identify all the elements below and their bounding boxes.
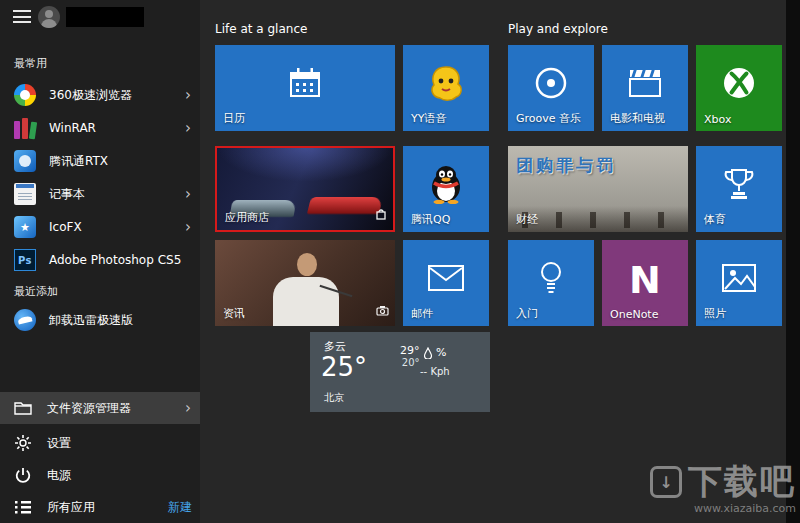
app-label: 所有应用	[47, 499, 95, 516]
chevron-right-icon[interactable]: ›	[185, 121, 191, 136]
group-title-life: Life at a glance	[215, 22, 307, 36]
tile-label: 财经	[516, 212, 538, 227]
chevron-right-icon[interactable]: ›	[185, 401, 191, 416]
droplet-icon	[424, 347, 432, 359]
app-label: 设置	[47, 435, 71, 452]
tile-news[interactable]: 资讯	[215, 240, 395, 326]
watermark: ↓ 下载吧 www.xiazaiba.com	[650, 464, 796, 515]
tile-label: 体育	[704, 212, 726, 227]
tile-calendar[interactable]: 日历	[215, 45, 395, 131]
chevron-right-icon[interactable]: ›	[185, 220, 191, 235]
tile-label: 日历	[223, 111, 245, 126]
lightbulb-icon	[536, 259, 566, 301]
download-icon: ↓	[650, 466, 682, 498]
gear-icon	[14, 434, 32, 452]
weather-city: 北京	[324, 391, 344, 405]
tile-groove-music[interactable]: Groove 音乐	[508, 45, 594, 131]
desktop-background	[786, 0, 800, 523]
winrar-icon	[14, 117, 36, 139]
chevron-right-icon[interactable]: ›	[185, 88, 191, 103]
tile-onenote[interactable]: N OneNote	[602, 240, 688, 326]
tile-get-started[interactable]: 入门	[508, 240, 594, 326]
sidebar-item-settings[interactable]: 设置	[0, 427, 200, 459]
app-label: IcoFX	[49, 220, 82, 234]
sidebar-item-notepad[interactable]: 记事本 ›	[0, 178, 200, 210]
tile-label: 资讯	[223, 306, 245, 321]
tile-qq[interactable]: 腾讯QQ	[403, 146, 489, 232]
tile-yy-voice[interactable]: YY语音	[403, 45, 489, 131]
start-menu: 最常用 360极速浏览器 › WinRAR › 腾讯通RTX 记事本 › ★ I…	[0, 0, 800, 523]
photos-icon	[721, 263, 757, 297]
chevron-right-icon[interactable]: ›	[185, 187, 191, 202]
store-car-red	[307, 197, 383, 214]
app-label: 记事本	[49, 186, 85, 203]
tile-label: Xbox	[704, 113, 731, 126]
rtx-icon	[14, 150, 36, 172]
group-title-play: Play and explore	[508, 22, 608, 36]
weather-high-low: 29° 20°	[400, 344, 420, 368]
sidebar-item-rtx[interactable]: 腾讯通RTX	[0, 145, 200, 177]
store-bag-icon	[375, 205, 387, 224]
user-profile[interactable]	[38, 4, 144, 30]
sidebar-item-photoshop[interactable]: Ps Adobe Photoshop CS5	[0, 244, 200, 276]
tile-label: 腾讯QQ	[411, 212, 450, 227]
sidebar-item-uninstall-thunder[interactable]: 卸载迅雷极速版	[0, 304, 200, 336]
tile-xbox[interactable]: Xbox	[696, 45, 782, 131]
notepad-icon	[14, 183, 36, 205]
tile-label: OneNote	[610, 308, 658, 321]
folder-icon	[14, 399, 32, 417]
user-avatar-icon	[38, 6, 60, 28]
icofx-icon: ★	[14, 216, 36, 238]
tile-movies-tv[interactable]: 电影和电视	[602, 45, 688, 131]
news-camera-icon	[376, 301, 389, 320]
finance-headline: 团购罪与罚	[516, 154, 616, 177]
tile-label: 电影和电视	[610, 111, 665, 126]
tile-weather[interactable]: 多云 25° 29° 20° % -- Kph 北京	[310, 332, 490, 412]
watermark-title: 下载吧	[688, 464, 796, 500]
tile-label: 邮件	[411, 306, 433, 321]
user-name-redacted	[66, 7, 144, 27]
app-label: 360极速浏览器	[49, 87, 132, 104]
sidebar-item-power[interactable]: 电源	[0, 459, 200, 491]
photoshop-icon: Ps	[14, 249, 36, 271]
power-icon	[14, 466, 32, 484]
app-label: WinRAR	[49, 121, 96, 135]
weather-temperature: 25°	[321, 352, 367, 382]
app-label: 文件资源管理器	[47, 400, 131, 417]
menu-button[interactable]	[13, 10, 31, 23]
news-tile-artwork	[273, 277, 339, 326]
tile-sports[interactable]: 体育	[696, 146, 782, 232]
tile-label: Groove 音乐	[516, 111, 581, 126]
tile-finance[interactable]: 团购罪与罚 财经	[508, 146, 688, 232]
clapperboard-icon	[627, 66, 663, 104]
new-link[interactable]: 新建	[168, 499, 192, 516]
tile-label: 应用商店	[225, 210, 269, 225]
onenote-letter: N	[629, 261, 661, 299]
weather-wind: -- Kph	[420, 366, 450, 377]
360-browser-icon	[14, 84, 36, 106]
sidebar: 最常用 360极速浏览器 › WinRAR › 腾讯通RTX 记事本 › ★ I…	[0, 0, 200, 523]
sidebar-item-winrar[interactable]: WinRAR ›	[0, 112, 200, 144]
tile-label: YY语音	[411, 111, 446, 126]
tile-store[interactable]: 应用商店	[215, 146, 395, 232]
most-used-heading: 最常用	[14, 56, 47, 71]
all-apps-icon	[14, 498, 32, 516]
app-label: 卸载迅雷极速版	[49, 312, 133, 329]
tile-photos[interactable]: 照片	[696, 240, 782, 326]
sidebar-item-file-explorer[interactable]: 文件资源管理器 ›	[0, 392, 200, 424]
sidebar-item-360-browser[interactable]: 360极速浏览器 ›	[0, 79, 200, 111]
xbox-icon	[719, 63, 759, 107]
tile-label: 入门	[516, 306, 538, 321]
trophy-icon	[722, 166, 756, 206]
app-label: 电源	[47, 467, 71, 484]
mail-icon	[427, 263, 465, 297]
store-tile-artwork	[217, 148, 393, 182]
calendar-icon	[288, 66, 322, 104]
tile-mail[interactable]: 邮件	[403, 240, 489, 326]
sidebar-item-all-apps[interactable]: 所有应用 新建	[0, 491, 200, 523]
sidebar-item-icofx[interactable]: ★ IcoFX ›	[0, 211, 200, 243]
groove-icon	[533, 65, 569, 105]
yy-icon	[426, 63, 466, 107]
qq-icon	[428, 164, 464, 208]
hamburger-icon	[13, 10, 31, 12]
